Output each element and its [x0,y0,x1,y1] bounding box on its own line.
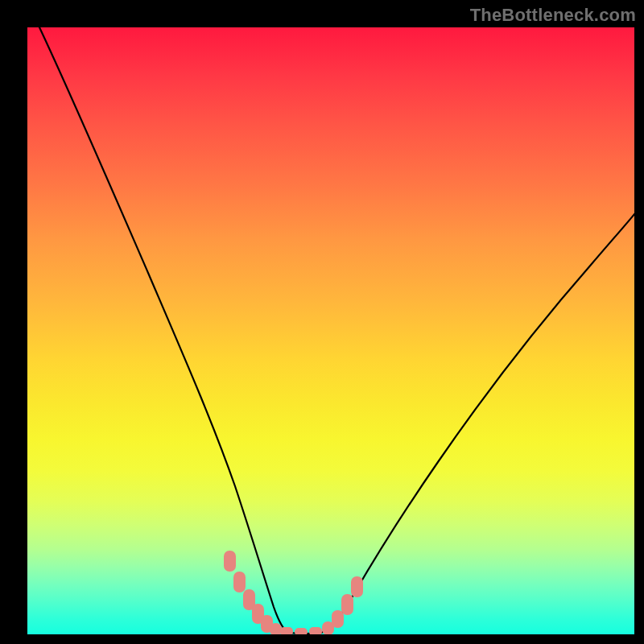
marker-left-1 [224,551,236,572]
marker-group [224,551,363,634]
marker-right-2 [332,610,344,628]
curve-group [39,27,634,634]
marker-floor-1 [280,627,293,634]
watermark-text: TheBottleneck.com [470,5,636,26]
marker-left-2 [233,572,246,592]
chart-frame: { "watermark": "TheBottleneck.com", "cha… [0,0,644,644]
bottleneck-curve-right [321,214,634,633]
marker-floor-2 [295,628,308,634]
marker-floor-3 [309,627,322,634]
marker-right-4 [351,576,363,597]
marker-left-6 [270,623,282,634]
marker-right-3 [341,594,353,615]
plot-svg [27,27,634,634]
bottleneck-curve-left [39,27,289,633]
plot-area [27,27,634,634]
